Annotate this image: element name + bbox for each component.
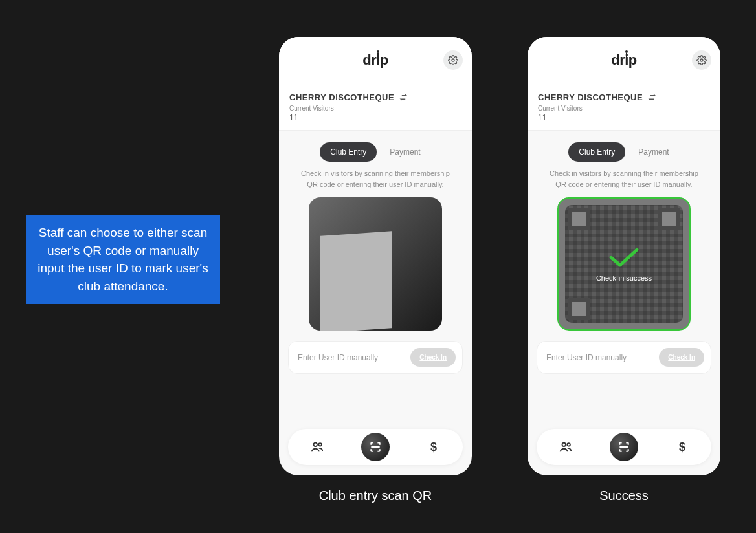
user-id-input[interactable]: [298, 353, 410, 362]
manual-input-card: Check In: [288, 341, 463, 374]
mode-tabs: Club Entry Payment: [528, 142, 720, 162]
success-text: Check-in success: [596, 274, 652, 282]
venue-name: CHERRY DISCOTHEQUE: [289, 92, 394, 102]
caption-scan: Club entry scan QR: [279, 488, 472, 503]
nav-payment[interactable]: $: [668, 433, 696, 461]
tab-club-entry[interactable]: Club Entry: [320, 142, 377, 162]
gear-icon: [448, 55, 458, 65]
phone-screen-scan: drip CHERRY DISCOTHEQUE Current Visitors…: [279, 37, 472, 475]
settings-button[interactable]: [692, 50, 711, 70]
svg-point-2: [318, 443, 322, 446]
visitors-count: 11: [289, 113, 461, 122]
app-header: drip: [279, 37, 472, 83]
svg-point-0: [452, 59, 454, 61]
scan-icon: [369, 441, 382, 453]
nav-payment[interactable]: $: [419, 433, 448, 461]
nav-people[interactable]: [303, 433, 331, 461]
tab-payment[interactable]: Payment: [379, 142, 430, 162]
venue-info: CHERRY DISCOTHEQUE Current Visitors 11: [528, 83, 720, 131]
gear-icon: [696, 55, 707, 65]
manual-input-card: Check In: [537, 341, 711, 374]
user-id-input[interactable]: [546, 353, 659, 362]
tab-payment[interactable]: Payment: [628, 142, 679, 162]
visitors-label: Current Visitors: [289, 105, 461, 112]
instruction-text: Check in visitors by scanning their memb…: [528, 168, 720, 190]
app-logo-text: drip: [362, 52, 388, 68]
caption-success: Success: [528, 488, 720, 503]
svg-point-1: [314, 443, 318, 447]
people-icon: [559, 440, 573, 454]
scan-icon: [617, 441, 630, 453]
people-icon: [310, 440, 324, 454]
tab-club-entry[interactable]: Club Entry: [568, 142, 625, 162]
svg-point-4: [562, 443, 566, 447]
success-overlay: Check-in success: [559, 199, 689, 329]
nav-scan[interactable]: [610, 433, 638, 461]
mode-tabs: Club Entry Payment: [279, 142, 472, 162]
instruction-text: Check in visitors by scanning their memb…: [279, 168, 472, 190]
svg-point-3: [700, 59, 703, 61]
app-logo: drip: [362, 52, 388, 69]
camera-viewport[interactable]: [309, 197, 442, 331]
svg-point-5: [567, 443, 570, 446]
dollar-icon: $: [679, 441, 685, 454]
camera-viewport-success[interactable]: Check-in success: [557, 197, 691, 331]
bottom-nav: $: [288, 429, 463, 465]
visitors-label: Current Visitors: [538, 105, 710, 112]
swap-icon[interactable]: [648, 93, 656, 102]
settings-button[interactable]: [443, 50, 463, 70]
venue-info: CHERRY DISCOTHEQUE Current Visitors 11: [279, 83, 472, 131]
swap-icon[interactable]: [399, 93, 408, 102]
bottom-nav: $: [537, 429, 711, 465]
phone-screen-success: drip CHERRY DISCOTHEQUE Current Visitors…: [528, 37, 720, 475]
check-in-button[interactable]: Check In: [410, 348, 456, 367]
check-icon: [608, 246, 639, 269]
venue-name: CHERRY DISCOTHEQUE: [538, 92, 643, 102]
app-header: drip: [528, 37, 720, 83]
app-logo-text: drip: [611, 52, 637, 68]
visitors-count: 11: [538, 113, 710, 122]
app-logo: drip: [611, 52, 637, 69]
check-in-button[interactable]: Check In: [659, 348, 704, 367]
annotation-callout: Staff can choose to either scan user's Q…: [26, 215, 220, 304]
dollar-icon: $: [430, 441, 437, 454]
nav-scan[interactable]: [361, 433, 390, 461]
nav-people[interactable]: [551, 433, 580, 461]
